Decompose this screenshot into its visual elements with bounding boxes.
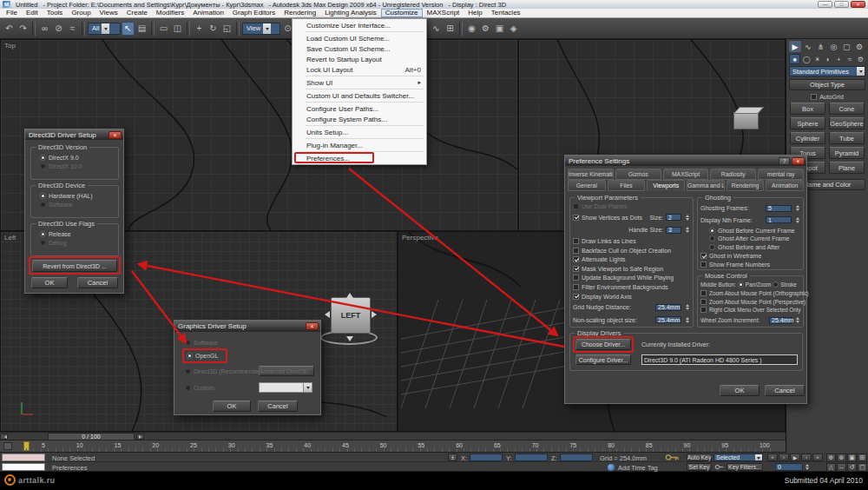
viewcube-arrow-down-icon[interactable]: [346, 336, 353, 345]
select-by-name-icon[interactable]: ▤: [135, 22, 148, 36]
menu-rendering[interactable]: Rendering: [279, 9, 320, 17]
shapes-category-icon[interactable]: ◯: [801, 54, 811, 64]
render-icon[interactable]: ◈: [507, 22, 520, 36]
revert-from-direct3d-button[interactable]: Revert from Direct3D ...: [32, 260, 117, 272]
selection-set-dropdown[interactable]: Selected: [713, 454, 763, 461]
selection-filter-dropdown[interactable]: All: [88, 23, 121, 35]
menu-modifiers[interactable]: Modifiers: [152, 9, 188, 17]
cancel-button[interactable]: Cancel: [765, 385, 805, 396]
choose-driver-button[interactable]: Choose Driver...: [575, 339, 631, 350]
radio-directx9[interactable]: [40, 155, 46, 161]
tab-maxscript[interactable]: MAXScript: [663, 169, 709, 180]
draw-links-checkbox[interactable]: [573, 238, 579, 244]
zoom-all-icon[interactable]: ⊛: [837, 454, 846, 462]
nonscaling-field[interactable]: 25.4mm: [655, 316, 681, 323]
display-world-axis-checkbox[interactable]: [573, 294, 579, 300]
sphere-button[interactable]: Sphere: [790, 117, 825, 129]
maximize-viewport-icon[interactable]: ▢: [858, 463, 867, 472]
trackbar-prev-icon[interactable]: [0, 434, 8, 440]
viewcube-arrow-up-icon[interactable]: [346, 289, 353, 298]
cylinder-button[interactable]: Cylinder: [790, 132, 825, 144]
ok-button[interactable]: OK: [720, 385, 760, 396]
modify-tab-icon[interactable]: ∿: [802, 41, 814, 52]
systems-category-icon[interactable]: ⚙: [856, 54, 865, 64]
select-and-move-icon[interactable]: +: [193, 22, 206, 36]
ghost-before-after-radio[interactable]: [709, 244, 715, 250]
menu-maxscript[interactable]: MAXScript: [423, 9, 464, 17]
tab-viewports[interactable]: Viewports: [647, 180, 685, 191]
auto-key-button[interactable]: Auto Key: [687, 454, 712, 461]
close-icon[interactable]: ×: [306, 322, 319, 330]
spinner[interactable]: [794, 215, 800, 225]
set-key-button[interactable]: Set Key: [687, 463, 712, 471]
select-and-scale-icon[interactable]: ◱: [220, 22, 233, 36]
rendered-frame-icon[interactable]: ▣: [493, 22, 506, 36]
z-coordinate-field[interactable]: [560, 454, 593, 461]
dialog-titlebar[interactable]: Graphics Driver Setup ×: [174, 321, 320, 332]
dialog-titlebar[interactable]: Preference Settings ? ×: [565, 156, 806, 166]
unlink-selection-icon[interactable]: ⊘: [52, 22, 65, 36]
menu-file[interactable]: File: [2, 9, 22, 17]
mask-viewport-checkbox[interactable]: [573, 266, 579, 272]
menu-customize[interactable]: Customize: [381, 9, 423, 17]
set-key-mode-icon[interactable]: [714, 463, 725, 471]
right-click-selected-checkbox[interactable]: [700, 307, 707, 313]
timeline-mode-icon[interactable]: [3, 442, 12, 450]
tab-general[interactable]: General: [568, 180, 606, 191]
select-and-rotate-icon[interactable]: ↻: [207, 22, 220, 36]
key-filters-button[interactable]: Key Filters...: [727, 463, 763, 471]
bind-to-space-warp-icon[interactable]: ≈: [66, 22, 79, 36]
primitives-dropdown[interactable]: Standard Primitives: [789, 66, 865, 76]
radio-software-driver[interactable]: [185, 340, 191, 346]
pan-icon[interactable]: ↔: [837, 463, 846, 472]
radio-row[interactable]: Debug: [40, 240, 118, 246]
tab-inverse-kinematics[interactable]: Inverse Kinematics: [568, 169, 614, 180]
menu-item-units-setup[interactable]: Units Setup...: [293, 127, 426, 137]
time-tag-icon[interactable]: [608, 464, 615, 471]
handle-size-field[interactable]: 3: [666, 227, 681, 234]
menu-views[interactable]: Views: [95, 9, 122, 17]
menu-lighting-analysis[interactable]: Lighting Analysis: [320, 9, 381, 17]
minimize-button[interactable]: —: [818, 1, 832, 8]
tube-button[interactable]: Tube: [829, 132, 865, 144]
spinner[interactable]: [684, 315, 690, 325]
menu-item-configure-system-paths[interactable]: Configure System Paths...: [293, 114, 426, 124]
attenuate-lights-checkbox[interactable]: [573, 256, 579, 262]
ghosting-frames-field[interactable]: 5: [766, 205, 792, 212]
ghost-before-radio[interactable]: [709, 228, 715, 234]
go-to-start-icon[interactable]: «: [767, 454, 778, 461]
radio-directx10[interactable]: [40, 163, 46, 169]
tab-mental-ray[interactable]: mental ray: [758, 169, 804, 180]
y-coordinate-field[interactable]: [515, 454, 548, 461]
radio-row[interactable]: Direct3D (Recommended): [185, 368, 264, 374]
chevron-down-icon[interactable]: [303, 383, 312, 392]
reference-coordinate-dropdown[interactable]: View: [242, 23, 280, 35]
update-background-checkbox[interactable]: [573, 275, 579, 281]
menu-item-preferences[interactable]: Preferences...: [293, 153, 426, 163]
tab-animation[interactable]: Animation: [766, 180, 804, 191]
schematic-view-icon[interactable]: ⊞: [444, 22, 457, 36]
zoom-mouse-persp-checkbox[interactable]: [700, 299, 707, 305]
viewcube[interactable]: LEFT: [319, 286, 380, 348]
nth-frame-field[interactable]: 1: [766, 216, 792, 223]
radio-hardware-hal[interactable]: [40, 193, 46, 199]
redo-icon[interactable]: ↷: [16, 22, 30, 36]
menu-animation[interactable]: Animation: [188, 9, 228, 17]
current-frame-marker[interactable]: [23, 441, 30, 451]
spinner[interactable]: [684, 225, 690, 235]
spinner[interactable]: [794, 315, 800, 325]
size-field[interactable]: 2: [666, 214, 681, 221]
add-time-tag-label[interactable]: Add Time Tag: [618, 464, 658, 472]
radio-row[interactable]: Release: [40, 231, 118, 237]
ghost-after-radio[interactable]: [709, 235, 715, 242]
wheel-zoom-field[interactable]: 25.4mm: [769, 317, 792, 324]
help-icon[interactable]: ?: [779, 157, 790, 165]
arc-rotate-icon[interactable]: ↺: [847, 463, 857, 472]
absolute-mode-icon[interactable]: ±: [448, 454, 457, 461]
menu-tools[interactable]: Tools: [43, 9, 68, 17]
advanced-direct3d-button[interactable]: Advanced Direct3D...: [259, 366, 314, 376]
radio-row[interactable]: Hardware (HAL): [40, 193, 118, 199]
radio-opengl[interactable]: [187, 353, 193, 359]
menu-item-lock-layout[interactable]: Lock UI LayoutAlt+0: [293, 64, 426, 75]
radio-release[interactable]: [40, 231, 46, 237]
